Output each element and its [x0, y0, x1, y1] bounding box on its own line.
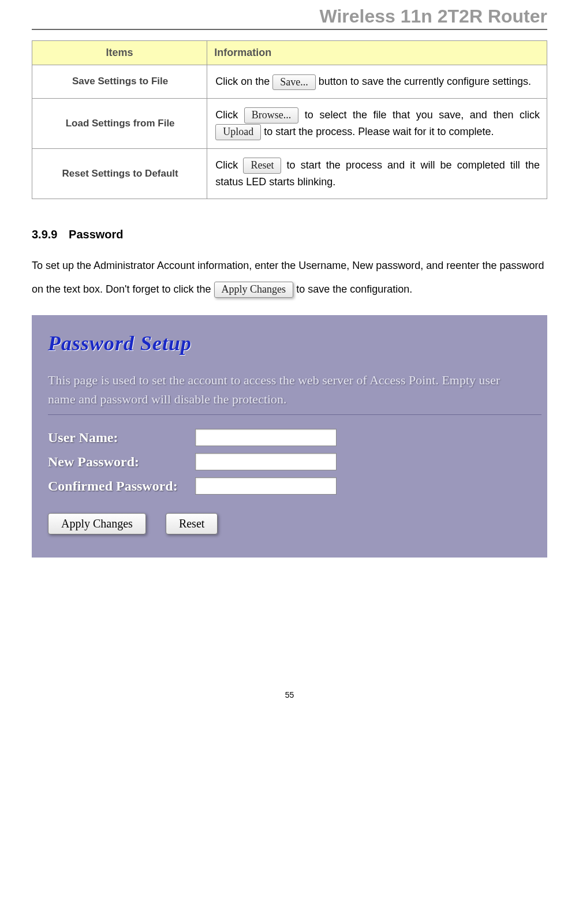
- apply-changes-button[interactable]: Apply Changes: [48, 513, 146, 534]
- form-row-new-password: New Password:: [48, 453, 541, 470]
- reset-button[interactable]: Reset: [166, 513, 218, 534]
- confirmed-password-input[interactable]: [195, 477, 337, 495]
- item-info: Click Reset to start the process and it …: [207, 148, 547, 199]
- section-number: 3.9.9: [32, 228, 57, 241]
- form-row-username: User Name:: [48, 429, 541, 446]
- panel-description: This page is used to set the account to …: [48, 371, 541, 409]
- new-password-input[interactable]: [195, 453, 337, 470]
- form-row-confirmed-password: Confirmed Password:: [48, 477, 541, 495]
- section-heading: 3.9.9 Password: [32, 228, 547, 241]
- divider: [48, 414, 541, 415]
- table-header-information: Information: [207, 41, 547, 65]
- document-header: Wireless 11n 2T2R Router: [32, 6, 547, 30]
- info-text: button to save the currently configure s…: [319, 76, 531, 87]
- info-text: Click on the: [215, 76, 270, 87]
- item-label: Load Settings from File: [32, 98, 207, 148]
- item-info: Click on the Save... button to save the …: [207, 65, 547, 99]
- item-label: Save Settings to File: [32, 65, 207, 99]
- info-text: Click: [215, 109, 244, 121]
- section-title: Password: [69, 228, 123, 241]
- browse-button[interactable]: Browse...: [244, 107, 299, 123]
- section-description: To set up the Administrator Account info…: [32, 254, 547, 302]
- item-label: Reset Settings to Default: [32, 148, 207, 199]
- info-text: Click: [215, 159, 243, 171]
- apply-changes-button[interactable]: Apply Changes: [214, 282, 294, 297]
- settings-info-table: Items Information Save Settings to File …: [32, 40, 547, 199]
- upload-button[interactable]: Upload: [215, 124, 261, 140]
- table-row: Save Settings to File Click on the Save.…: [32, 65, 547, 99]
- info-text: to select the file that you save, and th…: [305, 109, 540, 121]
- info-text: to start the process. Please wait for it…: [264, 126, 494, 137]
- page-number: 55: [32, 690, 547, 699]
- username-label: User Name:: [48, 429, 195, 446]
- desc-text: to save the configuration.: [296, 283, 412, 295]
- new-password-label: New Password:: [48, 453, 195, 470]
- form-button-row: Apply Changes Reset: [48, 513, 541, 534]
- save-button[interactable]: Save...: [272, 74, 316, 90]
- panel-title: Password Setup: [48, 331, 541, 356]
- item-info: Click Browse... to select the file that …: [207, 98, 547, 148]
- password-setup-panel: Password Setup This page is used to set …: [32, 315, 547, 558]
- table-row: Load Settings from File Click Browse... …: [32, 98, 547, 148]
- reset-button[interactable]: Reset: [243, 158, 281, 173]
- username-input[interactable]: [195, 429, 337, 446]
- table-header-items: Items: [32, 41, 207, 65]
- table-row: Reset Settings to Default Click Reset to…: [32, 148, 547, 199]
- confirmed-password-label: Confirmed Password:: [48, 477, 195, 495]
